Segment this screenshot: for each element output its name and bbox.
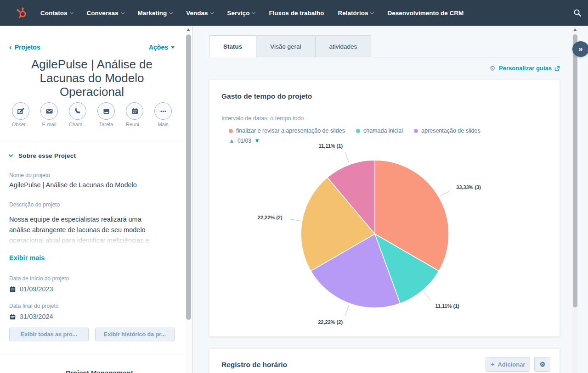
nav-item-servico[interactable]: Serviço bbox=[227, 10, 255, 17]
nav-item-fluxos-de-trabalho[interactable]: Fluxos de trabalho bbox=[269, 10, 324, 17]
quick-action-call: Cham... bbox=[67, 102, 88, 127]
project-description-label: Descrição do projeto bbox=[9, 201, 175, 208]
quick-action-task: Tarefa bbox=[96, 102, 117, 127]
collapse-panel-button[interactable]: » bbox=[572, 41, 588, 57]
pie-slice-label: 22,22% (2) bbox=[318, 319, 343, 325]
chevron-down-icon bbox=[9, 153, 13, 157]
main-scrollbar[interactable] bbox=[572, 26, 578, 373]
pie-label-connector bbox=[289, 219, 300, 221]
quick-actions: Obser... E-mail Cham... bbox=[9, 102, 175, 127]
project-name-label: Nome do projeto bbox=[9, 172, 175, 178]
customize-tabs-link[interactable]: Personalizar guias bbox=[499, 65, 560, 72]
divider bbox=[0, 355, 184, 355]
pie-label-connector bbox=[345, 305, 349, 316]
hubspot-logo-icon[interactable] bbox=[15, 6, 28, 20]
scrollbar-thumb[interactable] bbox=[573, 34, 577, 307]
pie-slice-label: 11,11% (1) bbox=[435, 303, 459, 309]
search-icon[interactable] bbox=[573, 9, 582, 17]
quick-action-meeting: Reuni... bbox=[124, 102, 145, 127]
note-compose-icon[interactable] bbox=[12, 102, 29, 120]
end-date-value: 31/03/2024 bbox=[9, 313, 175, 320]
chevron-down-icon bbox=[210, 10, 214, 14]
time-log-settings-button[interactable]: ⚙ bbox=[534, 357, 550, 372]
scroll-up-arrow-icon[interactable] bbox=[187, 28, 190, 31]
show-property-history-button[interactable]: Exibir histórico da pr... bbox=[95, 328, 175, 341]
phone-icon[interactable] bbox=[69, 102, 86, 120]
task-icon[interactable] bbox=[97, 102, 115, 120]
nav-item-conversas[interactable]: Conversas bbox=[87, 10, 124, 17]
tab-status[interactable]: Status bbox=[209, 35, 256, 57]
divider bbox=[0, 141, 184, 141]
show-more-link[interactable]: Exibir mais bbox=[9, 254, 175, 262]
actions-dropdown[interactable]: Ações bbox=[149, 44, 175, 51]
pie-label-connector bbox=[345, 152, 349, 163]
end-date-label: Data final do projeto bbox=[9, 303, 175, 309]
time-spent-chart-card: Gasto de tempo do projeto Intervalo de d… bbox=[209, 80, 560, 337]
nav-item-desenvolvimento-de-crm[interactable]: Desenvolvimento de CRM bbox=[387, 10, 464, 17]
quick-action-note: Obser... bbox=[10, 102, 31, 127]
gear-icon: ⚙ bbox=[539, 361, 545, 368]
time-log-title: Registro de horário bbox=[221, 361, 287, 369]
back-to-projects-link[interactable]: ‹ Projetos bbox=[9, 43, 40, 51]
record-sidebar: ‹ Projetos Ações AgilePulse | Análise de… bbox=[0, 26, 193, 373]
chevron-down-icon bbox=[69, 10, 73, 14]
next-section-heading: Project Management bbox=[66, 369, 133, 373]
sidebar-scrollbar[interactable] bbox=[186, 26, 192, 373]
meeting-calendar-icon[interactable] bbox=[126, 102, 143, 120]
calendar-icon bbox=[9, 313, 16, 320]
quick-action-email: E-mail bbox=[39, 102, 60, 127]
pie-label-connector bbox=[424, 292, 431, 301]
nav-item-marketing[interactable]: Marketing bbox=[138, 10, 173, 17]
external-link-icon bbox=[554, 66, 560, 71]
chevron-down-icon bbox=[120, 10, 124, 14]
calendar-icon bbox=[9, 286, 16, 293]
scroll-up-arrow-icon[interactable] bbox=[573, 28, 577, 31]
chevron-down-icon bbox=[169, 10, 173, 14]
tab-visao-geral[interactable]: Visão geral bbox=[256, 35, 315, 57]
email-icon[interactable] bbox=[40, 102, 58, 120]
project-description-value: Nossa equipe de especialistas realizará … bbox=[9, 214, 175, 246]
time-log-card: Registro de horário + Adicionar ⚙ bbox=[209, 348, 560, 373]
scrollbar-thumb[interactable] bbox=[186, 34, 191, 320]
start-date-value: 01/09/2023 bbox=[9, 285, 175, 293]
pie-chart: 33,33% (3)11,11% (1)22,22% (2)22,22% (2)… bbox=[209, 80, 560, 337]
quick-action-more: Mais bbox=[153, 102, 174, 127]
plus-icon: + bbox=[491, 361, 494, 368]
nav-item-contatos[interactable]: Contatos bbox=[40, 10, 73, 17]
nav-item-relatorios[interactable]: Relatórios bbox=[338, 10, 373, 17]
text-fade-overlay bbox=[9, 237, 175, 246]
caret-down-icon bbox=[171, 46, 175, 49]
pie-slice-label: 33,33% (3) bbox=[456, 184, 481, 190]
show-all-properties-button[interactable]: Exibir todas as pro... bbox=[9, 328, 89, 341]
top-navigation: Contatos Conversas Marketing Vendas Serv… bbox=[0, 0, 588, 26]
record-tabs: Status Visão geral atividades bbox=[209, 35, 560, 57]
start-date-label: Data de início do projeto bbox=[9, 275, 175, 282]
pie-slice-label: 22,22% (2) bbox=[258, 215, 283, 220]
nav-menu: Contatos Conversas Marketing Vendas Serv… bbox=[40, 10, 464, 17]
about-section-toggle[interactable]: Sobre esse Project bbox=[9, 152, 175, 159]
project-name-value: AgilePulse | Análise de Lacunas do Model… bbox=[9, 181, 175, 189]
more-dots-icon[interactable] bbox=[154, 102, 172, 120]
chevron-down-icon bbox=[252, 10, 255, 14]
project-title: AgilePulse | Análise de Lacunas do Model… bbox=[9, 57, 175, 99]
chevron-left-icon: ‹ bbox=[9, 43, 12, 51]
chevron-down-icon bbox=[370, 10, 374, 14]
nav-item-vendas[interactable]: Vendas bbox=[186, 10, 213, 17]
add-time-log-button[interactable]: + Adicionar bbox=[486, 357, 530, 372]
main-content: Status Visão geral atividades ⚙ Personal… bbox=[193, 26, 588, 373]
tab-atividades[interactable]: atividades bbox=[315, 35, 372, 57]
pie-label-connector bbox=[440, 190, 450, 196]
pie-slice-label: 11,11% (1) bbox=[318, 143, 343, 149]
gear-icon: ⚙ bbox=[490, 65, 496, 72]
